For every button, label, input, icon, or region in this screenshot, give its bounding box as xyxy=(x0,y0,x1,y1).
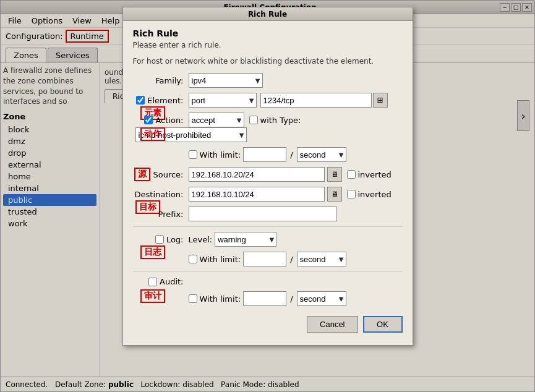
action-select-wrapper: accept drop reject ▼ xyxy=(189,113,244,127)
audit-with-limit-label: With limit: xyxy=(200,294,241,304)
dest-inverted-text: inverted xyxy=(358,190,392,199)
audit-second-select[interactable]: second minute hour day xyxy=(297,291,346,306)
destination-row: Destination: 🖥 inverted 目标 xyxy=(133,187,403,202)
dialog-buttons: Cancel OK xyxy=(133,316,403,338)
dialog-body: Rich Rule Please enter a rich rule. For … xyxy=(123,21,413,345)
action-limit-input[interactable] xyxy=(243,147,286,162)
dest-inverted-checkbox[interactable] xyxy=(347,190,356,198)
family-row: Family: ipv4 ipv6 ▼ xyxy=(133,73,403,88)
log-with-limit-checkbox[interactable] xyxy=(189,255,197,263)
log-level-select-wrapper: warning info notice error debug ▼ xyxy=(215,232,276,247)
element-text-input[interactable] xyxy=(260,93,372,108)
dest-inverted-label: inverted xyxy=(347,190,392,199)
dialog-overlay: Rich Rule Rich Rule Please enter a rich … xyxy=(1,1,534,391)
source-inverted-checkbox[interactable] xyxy=(347,170,356,179)
log-level-select[interactable]: warning info notice error debug xyxy=(215,232,276,247)
action-with-limit-checkbox[interactable] xyxy=(189,150,197,159)
dialog-subtext-1: Please enter a rich rule. xyxy=(133,41,403,49)
source-input[interactable] xyxy=(189,167,325,182)
ok-button[interactable]: OK xyxy=(363,316,403,333)
dialog-heading: Rich Rule xyxy=(133,28,403,38)
dialog-title: Rich Rule xyxy=(248,10,287,19)
family-select[interactable]: ipv4 ipv6 xyxy=(189,73,263,88)
destination-icon-btn[interactable]: 🖥 xyxy=(327,187,342,202)
audit-with-limit-checkbox[interactable] xyxy=(189,294,197,303)
action-with-limit-label: With limit: xyxy=(200,150,241,160)
action-label: Action: xyxy=(155,116,183,125)
with-type-checkbox[interactable] xyxy=(249,116,258,124)
source-label: Source: xyxy=(153,170,183,179)
log-with-limit-row: With limit: / second minute hour day ▼ xyxy=(189,252,403,266)
destination-input[interactable] xyxy=(189,187,325,202)
family-select-wrapper: ipv4 ipv6 ▼ xyxy=(189,73,263,88)
source-inverted-label: inverted xyxy=(347,170,392,179)
audit-limit-input[interactable] xyxy=(243,291,286,306)
log-level-label: Level: xyxy=(189,235,213,244)
log-second-select[interactable]: second minute hour day xyxy=(297,252,346,266)
action-slash: / xyxy=(290,150,293,160)
destination-label: Destination: xyxy=(133,190,189,199)
log-checkbox[interactable] xyxy=(155,235,164,244)
action-annotation: 动作 xyxy=(140,127,165,141)
action-row: Action: accept drop reject ▼ with Type: xyxy=(133,113,403,142)
rich-rule-dialog: Rich Rule Rich Rule Please enter a rich … xyxy=(122,7,413,346)
audit-checkbox[interactable] xyxy=(148,278,157,286)
log-slash: / xyxy=(290,255,293,264)
log-annotation: 日志 xyxy=(140,245,165,259)
action-select[interactable]: accept drop reject xyxy=(189,113,244,127)
family-label: Family: xyxy=(133,76,189,85)
action-second-select-wrapper: second minute hour day ▼ xyxy=(297,147,346,162)
source-row: 源 Source: 🖥 inverted xyxy=(133,167,403,182)
source-annotation: 源 xyxy=(134,168,150,181)
element-row: Element: port service protocol icmp-bloc… xyxy=(133,93,403,108)
prefix-label: Prefix: xyxy=(133,210,189,219)
prefix-input[interactable] xyxy=(189,207,337,221)
element-select[interactable]: port service protocol icmp-block masquer… xyxy=(189,93,257,108)
action-second-select[interactable]: second minute hour day xyxy=(297,147,346,162)
prefix-row: Prefix: xyxy=(133,207,403,221)
element-select-wrapper: port service protocol icmp-block masquer… xyxy=(189,93,257,108)
source-inverted-text: inverted xyxy=(358,170,392,179)
source-icon-btn[interactable]: 🖥 xyxy=(327,167,342,182)
audit-annotation: 审计 xyxy=(140,289,165,303)
action-checkbox[interactable] xyxy=(144,116,153,124)
audit-label: Audit: xyxy=(160,277,183,286)
element-checkbox[interactable] xyxy=(136,96,145,104)
audit-second-select-wrapper: second minute hour day ▼ xyxy=(297,291,346,306)
log-limit-input[interactable] xyxy=(243,252,286,266)
element-icon-btn[interactable]: ⊞ xyxy=(373,93,388,108)
audit-slash: / xyxy=(290,294,293,304)
action-with-limit-row: With limit: / second minute hour day ▼ xyxy=(189,147,403,162)
element-label: Element: xyxy=(147,96,183,105)
log-second-select-wrapper: second minute hour day ▼ xyxy=(297,252,346,266)
cancel-button[interactable]: Cancel xyxy=(307,316,357,333)
log-label: Log: xyxy=(166,235,184,244)
dialog-title-bar: Rich Rule xyxy=(123,7,413,21)
dialog-subtext-2: For host or network white or blacklistin… xyxy=(133,57,403,66)
log-with-limit-label: With limit: xyxy=(200,255,241,264)
audit-row: Audit: 审计 xyxy=(133,277,403,286)
log-row: Log: Level: warning info notice error de… xyxy=(133,232,403,247)
audit-with-limit-row: With limit: / second minute hour day ▼ xyxy=(189,291,403,306)
main-window: Firewall Configuration − □ ✕ File Option… xyxy=(0,0,535,392)
with-type-label: with Type: xyxy=(260,116,301,125)
with-type-label-wrapper: with Type: xyxy=(249,116,301,125)
